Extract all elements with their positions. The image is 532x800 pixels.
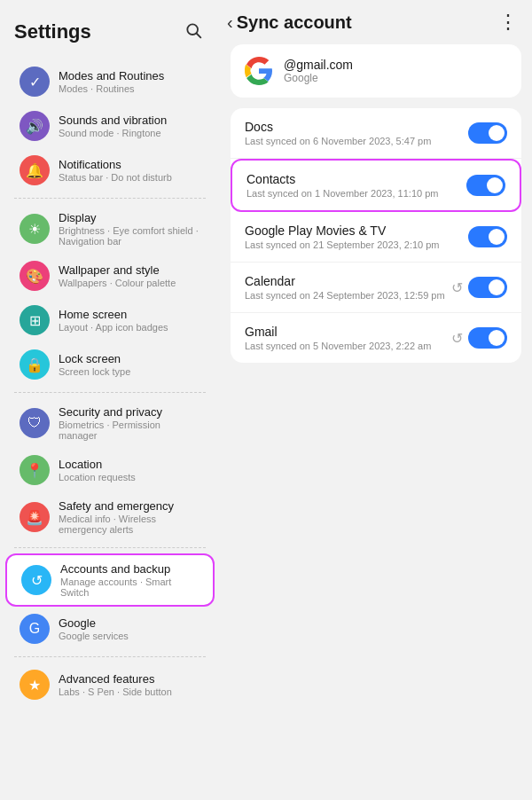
- toggle-slider-contacts: [466, 175, 505, 196]
- google-logo-icon: [245, 57, 273, 85]
- location-icon: 📍: [20, 455, 50, 485]
- search-icon: [184, 21, 202, 39]
- homescreen-icon: ⊞: [20, 305, 50, 335]
- security-subtitle: Biometrics · Permission manager: [59, 420, 200, 441]
- sync-title-movies: Google Play Movies & TV: [245, 224, 440, 238]
- display-icon: ☀: [20, 214, 50, 244]
- sync-subtitle-contacts: Last synced on 1 November 2023, 11:10 pm: [246, 188, 438, 199]
- wallpaper-label: Wallpaper and style: [59, 263, 200, 277]
- header-left: ‹ Sync account: [227, 12, 352, 33]
- sidebar-item-security[interactable]: 🛡Security and privacyBiometrics · Permis…: [5, 398, 215, 448]
- sync-item-docs: DocsLast synced on 6 November 2023, 5:47…: [231, 108, 521, 159]
- notifications-label: Notifications: [59, 158, 200, 171]
- sync-refresh-icon-calendar: ↺: [451, 279, 463, 296]
- advanced-subtitle: Labs · S Pen · Side button: [59, 686, 200, 697]
- sounds-label: Sounds and vibration: [59, 114, 200, 127]
- lockscreen-subtitle: Screen lock type: [59, 366, 200, 377]
- homescreen-subtitle: Layout · App icon badges: [59, 322, 200, 333]
- search-button[interactable]: [181, 18, 206, 45]
- sync-subtitle-gmail: Last synced on 5 November 2023, 2:22 am: [245, 341, 431, 351]
- sidebar-item-lockscreen[interactable]: 🔒Lock screenScreen lock type: [5, 342, 215, 387]
- settings-title: Settings: [14, 20, 91, 43]
- security-icon: 🛡: [20, 408, 50, 438]
- sync-item-calendar: CalendarLast synced on 24 September 2023…: [231, 263, 521, 313]
- safety-subtitle: Medical info · Wireless emergency alerts: [59, 514, 200, 535]
- svg-line-1: [197, 34, 201, 38]
- sidebar-item-advanced[interactable]: ★Advanced featuresLabs · S Pen · Side bu…: [5, 663, 215, 707]
- sidebar-item-notifications[interactable]: 🔔NotificationsStatus bar · Do not distur…: [5, 148, 215, 192]
- advanced-icon: ★: [20, 670, 50, 700]
- sidebar-header: Settings: [0, 11, 220, 59]
- sidebar-item-safety[interactable]: 🚨Safety and emergencyMedical info · Wire…: [5, 492, 215, 542]
- sidebar-item-sounds[interactable]: 🔊Sounds and vibrationSound mode · Ringto…: [5, 104, 215, 148]
- toggle-contacts[interactable]: [466, 175, 505, 196]
- toggle-movies[interactable]: [468, 226, 507, 247]
- sync-subtitle-docs: Last synced on 6 November 2023, 5:47 pm: [245, 136, 431, 146]
- right-panel: ‹ Sync account ⋮ @gmail.com Google DocsL…: [220, 0, 532, 800]
- sync-item-gmail: GmailLast synced on 5 November 2023, 2:2…: [231, 313, 521, 363]
- display-label: Display: [59, 211, 200, 224]
- sidebar-divider: [14, 198, 206, 199]
- settings-sidebar: Settings ✓Modes and RoutinesModes · Rout…: [0, 0, 220, 800]
- sidebar-divider: [14, 392, 206, 393]
- accounts-icon: ↺: [21, 565, 51, 595]
- google-subtitle: Google services: [59, 631, 200, 641]
- right-title: Sync account: [237, 12, 352, 33]
- sidebar-item-wallpaper[interactable]: 🎨Wallpaper and styleWallpapers · Colour …: [5, 254, 215, 298]
- wallpaper-subtitle: Wallpapers · Colour palette: [59, 278, 200, 288]
- sidebar-divider: [14, 547, 206, 548]
- display-subtitle: Brightness · Eye comfort shield · Naviga…: [59, 225, 200, 247]
- sync-subtitle-movies: Last synced on 21 September 2023, 2:10 p…: [245, 239, 440, 250]
- sidebar-item-google[interactable]: GGoogleGoogle services: [5, 607, 215, 651]
- safety-icon: 🚨: [20, 502, 50, 532]
- toggle-docs[interactable]: [468, 122, 507, 144]
- sync-title-contacts: Contacts: [246, 172, 438, 186]
- sync-title-docs: Docs: [245, 120, 431, 134]
- accounts-label: Accounts and backup: [60, 562, 199, 576]
- modes-label: Modes and Routines: [59, 69, 200, 82]
- toggle-calendar[interactable]: [468, 277, 507, 298]
- toggle-slider-movies: [468, 226, 507, 247]
- location-subtitle: Location requests: [59, 472, 200, 482]
- toggle-gmail[interactable]: [468, 327, 507, 349]
- account-email: @gmail.com: [284, 58, 507, 72]
- sync-item-movies: Google Play Movies & TVLast synced on 21…: [231, 212, 521, 263]
- sync-title-gmail: Gmail: [245, 325, 431, 339]
- notifications-icon: 🔔: [20, 155, 50, 185]
- sounds-subtitle: Sound mode · Ringtone: [59, 128, 200, 138]
- sync-list: DocsLast synced on 6 November 2023, 5:47…: [231, 108, 521, 363]
- account-card: @gmail.com Google: [231, 44, 521, 98]
- toggle-slider-docs: [468, 122, 507, 144]
- security-label: Security and privacy: [59, 405, 200, 419]
- sidebar-item-accounts[interactable]: ↺Accounts and backupManage accounts · Sm…: [5, 553, 215, 607]
- notifications-subtitle: Status bar · Do not disturb: [59, 172, 200, 183]
- wallpaper-icon: 🎨: [20, 261, 50, 291]
- lockscreen-icon: 🔒: [20, 349, 50, 380]
- more-button[interactable]: ⋮: [498, 11, 518, 34]
- sidebar-item-display[interactable]: ☀DisplayBrightness · Eye comfort shield …: [5, 204, 215, 254]
- sidebar-item-modes[interactable]: ✓Modes and RoutinesModes · Routines: [5, 59, 215, 104]
- toggle-slider-calendar: [468, 277, 507, 298]
- account-info: @gmail.com Google: [284, 58, 507, 84]
- sounds-icon: 🔊: [20, 111, 50, 141]
- accounts-subtitle: Manage accounts · Smart Switch: [60, 576, 199, 598]
- toggle-slider-gmail: [468, 327, 507, 349]
- safety-label: Safety and emergency: [59, 499, 200, 513]
- sync-title-calendar: Calendar: [245, 274, 445, 288]
- sync-item-contacts: ContactsLast synced on 1 November 2023, …: [231, 159, 521, 212]
- modes-icon: ✓: [20, 67, 50, 97]
- account-provider: Google: [284, 72, 507, 84]
- sync-refresh-icon-gmail: ↺: [451, 330, 463, 347]
- sidebar-divider: [14, 656, 206, 657]
- location-label: Location: [59, 458, 200, 471]
- sidebar-item-location[interactable]: 📍LocationLocation requests: [5, 448, 215, 492]
- homescreen-label: Home screen: [59, 308, 200, 321]
- google-label: Google: [59, 616, 200, 630]
- sidebar-item-homescreen[interactable]: ⊞Home screenLayout · App icon badges: [5, 298, 215, 342]
- right-header: ‹ Sync account ⋮: [220, 0, 532, 44]
- sync-subtitle-calendar: Last synced on 24 September 2023, 12:59 …: [245, 290, 445, 301]
- advanced-label: Advanced features: [59, 672, 200, 686]
- lockscreen-label: Lock screen: [59, 352, 200, 365]
- back-button[interactable]: ‹: [227, 12, 233, 33]
- google-icon: G: [20, 614, 50, 644]
